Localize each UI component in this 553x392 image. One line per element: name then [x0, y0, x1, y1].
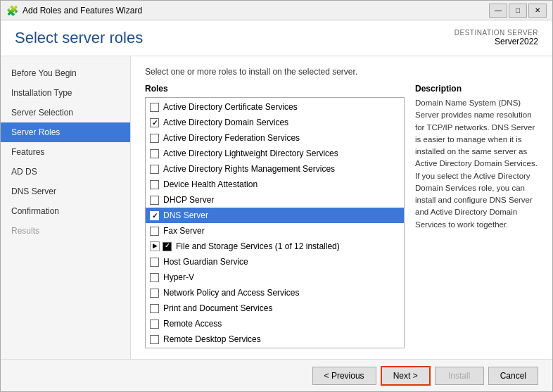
wizard-icon: 🧩: [6, 5, 18, 16]
list-item[interactable]: Active Directory Domain Services: [146, 115, 404, 130]
role-name: Active Directory Domain Services: [163, 116, 288, 129]
role-checkbox[interactable]: [150, 304, 159, 313]
role-checkbox[interactable]: [150, 149, 159, 158]
sidebar-item-server-roles[interactable]: Server Roles: [1, 122, 130, 142]
close-button[interactable]: ✕: [528, 4, 547, 18]
instruction-text: Select one or more roles to install on t…: [145, 67, 538, 77]
minimize-button[interactable]: —: [489, 4, 507, 18]
role-name: Remote Access: [163, 317, 222, 330]
list-item[interactable]: Host Guardian Service: [146, 254, 404, 270]
cancel-button[interactable]: Cancel: [488, 367, 538, 385]
wizard-title-text: Select server roles: [15, 29, 143, 47]
wizard-header: Select server roles DESTINATION SERVER S…: [1, 20, 552, 56]
roles-list-container: Active Directory Certificate Services Ac…: [145, 97, 405, 348]
window-controls: — □ ✕: [489, 4, 547, 18]
list-item[interactable]: Active Directory Lightweight Directory S…: [146, 146, 404, 161]
destination-name: Server2022: [455, 37, 538, 46]
role-checkbox[interactable]: [150, 118, 159, 127]
role-name: Host Guardian Service: [163, 255, 248, 268]
destination-server-info: DESTINATION SERVER Server2022: [455, 29, 538, 46]
install-button[interactable]: Install: [435, 367, 484, 385]
description-panel: Description Domain Name System (DNS) Ser…: [415, 84, 538, 348]
sidebar-item-features[interactable]: Features: [1, 142, 130, 162]
list-item[interactable]: DHCP Server: [146, 192, 404, 208]
roles-list[interactable]: Active Directory Certificate Services Ac…: [146, 98, 404, 348]
wizard-body: Before You Begin Installation Type Serve…: [1, 56, 552, 359]
list-item[interactable]: Device Health Attestation: [146, 177, 404, 192]
list-item[interactable]: Active Directory Federation Services: [146, 130, 404, 146]
role-checkbox[interactable]: [150, 180, 159, 189]
role-checkbox[interactable]: [150, 289, 159, 298]
sidebar-item-confirmation[interactable]: Confirmation: [1, 201, 130, 221]
role-checkbox[interactable]: [150, 227, 159, 236]
role-name: Remote Desktop Services: [163, 333, 261, 346]
sidebar-item-server-selection[interactable]: Server Selection: [1, 103, 130, 122]
maximize-button[interactable]: □: [509, 4, 527, 18]
sidebar-item-dns-server[interactable]: DNS Server: [1, 182, 130, 201]
role-name: Device Health Attestation: [163, 178, 258, 191]
role-checkbox[interactable]: [150, 165, 159, 174]
role-name: Print and Document Services: [163, 302, 272, 315]
description-header: Description: [415, 84, 538, 94]
role-name: Fax Server: [163, 225, 205, 237]
next-button[interactable]: Next >: [381, 366, 431, 386]
list-item[interactable]: Network Policy and Access Services: [146, 285, 404, 301]
role-checkbox[interactable]: [150, 196, 159, 205]
sidebar-item-installation-type[interactable]: Installation Type: [1, 83, 130, 103]
sidebar: Before You Begin Installation Type Serve…: [1, 56, 131, 359]
role-name: Active Directory Federation Services: [163, 132, 300, 144]
role-name: File and Storage Services (1 of 12 insta…: [176, 240, 340, 253]
page-title: Select server roles: [15, 29, 143, 47]
wizard-footer: < Previous Next > Install Cancel: [1, 359, 552, 391]
role-name: Active Directory Certificate Services: [163, 101, 298, 113]
expand-icon[interactable]: ▶: [150, 241, 160, 251]
list-item[interactable]: Remote Desktop Services: [146, 331, 404, 347]
role-checkbox[interactable]: [150, 211, 159, 220]
title-bar: 🧩 Add Roles and Features Wizard — □ ✕: [1, 1, 552, 20]
sidebar-item-results: Results: [1, 221, 130, 241]
role-checkbox[interactable]: [163, 242, 172, 251]
role-checkbox[interactable]: [150, 103, 159, 112]
list-item[interactable]: ▶ File and Storage Services (1 of 12 ins…: [146, 239, 404, 254]
role-name: Hyper-V: [163, 271, 194, 284]
list-item[interactable]: Print and Document Services: [146, 301, 404, 316]
destination-label: DESTINATION SERVER: [455, 29, 538, 37]
window-title: Add Roles and Features Wizard: [23, 6, 142, 15]
role-checkbox[interactable]: [150, 335, 159, 344]
role-checkbox[interactable]: [150, 134, 159, 143]
role-checkbox[interactable]: [150, 320, 159, 329]
list-item[interactable]: Active Directory Rights Management Servi…: [146, 161, 404, 177]
list-item[interactable]: Volume Activation Services: [146, 347, 404, 348]
role-name: Active Directory Rights Management Servi…: [163, 163, 335, 175]
role-name: DHCP Server: [163, 194, 214, 206]
list-item-dns[interactable]: DNS Server: [146, 208, 404, 223]
sidebar-item-ad-ds[interactable]: AD DS: [1, 162, 130, 182]
wizard-window: 🧩 Add Roles and Features Wizard — □ ✕ Se…: [0, 0, 553, 392]
content-area: Roles Active Directory Certificate Servi…: [145, 84, 538, 348]
previous-button[interactable]: < Previous: [312, 367, 376, 385]
role-name: DNS Server: [163, 209, 208, 222]
list-item[interactable]: Hyper-V: [146, 270, 404, 285]
role-checkbox[interactable]: [150, 258, 159, 267]
roles-panel: Roles Active Directory Certificate Servi…: [145, 84, 405, 348]
role-checkbox[interactable]: [150, 273, 159, 282]
list-item[interactable]: Fax Server: [146, 223, 404, 239]
main-content: Select one or more roles to install on t…: [131, 56, 552, 359]
sidebar-item-before-you-begin[interactable]: Before You Begin: [1, 63, 130, 83]
title-bar-left: 🧩 Add Roles and Features Wizard: [6, 5, 142, 16]
roles-header: Roles: [145, 84, 405, 94]
list-item[interactable]: Remote Access: [146, 316, 404, 331]
description-text: Domain Name System (DNS) Server provides…: [415, 97, 538, 231]
role-name: Network Policy and Access Services: [163, 286, 299, 299]
role-name: Active Directory Lightweight Directory S…: [163, 147, 338, 160]
list-item[interactable]: Active Directory Certificate Services: [146, 99, 404, 115]
